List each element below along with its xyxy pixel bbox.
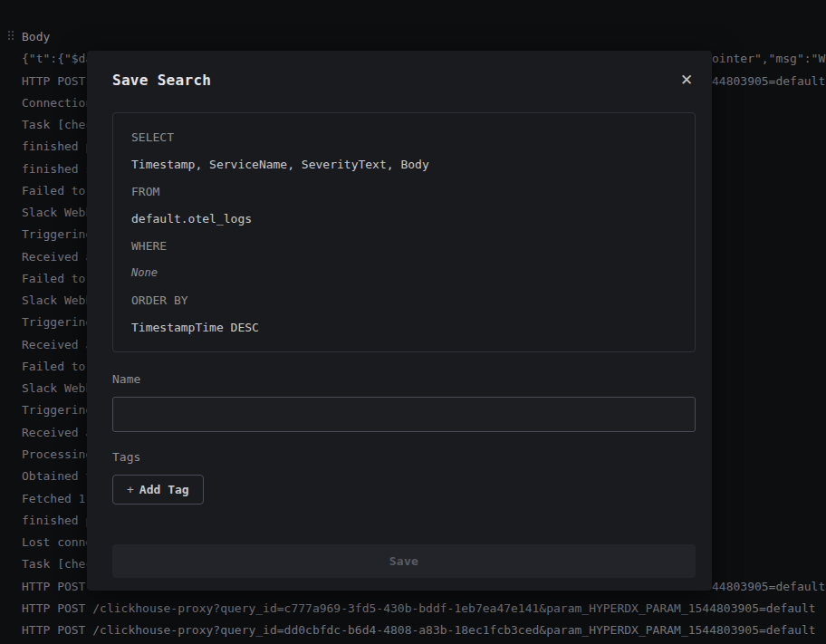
query-clause-value: None xyxy=(131,267,677,279)
modal-title: Save Search xyxy=(112,72,211,89)
log-row-text: Received a xyxy=(22,250,92,264)
query-clause-label: SELECT xyxy=(131,131,677,143)
log-row-text: Received a xyxy=(22,338,92,351)
save-button[interactable]: Save xyxy=(112,544,696,578)
add-tag-button[interactable]: + Add Tag xyxy=(112,475,204,505)
log-row-text: Failed to xyxy=(22,360,92,373)
log-row-text: HTTP POST xyxy=(22,74,92,88)
log-row-text: finished p xyxy=(22,514,92,527)
log-row[interactable]: HTTP POST /clickhouse-proxy?query_id=dd0… xyxy=(0,623,826,637)
log-row-text: Slack Webh xyxy=(22,293,92,307)
save-search-modal: Save Search ✕ SELECTTimestamp, ServiceNa… xyxy=(87,51,712,591)
log-row[interactable]: HTTP POST /clickhouse-proxy?query_id=c77… xyxy=(0,601,826,615)
log-row-text: Failed to xyxy=(22,272,92,285)
log-row-text: Connection xyxy=(22,96,92,110)
log-row-text: {"t":{"$da xyxy=(22,52,92,65)
query-clause-value: default.otel_logs xyxy=(131,213,677,225)
query-clause-label: WHERE xyxy=(131,240,677,252)
log-row-text: Triggering xyxy=(22,403,92,417)
log-row-text: Task [chec xyxy=(22,557,92,571)
log-row-text: Received a xyxy=(22,426,92,439)
log-row-text: Slack Webh xyxy=(22,381,92,395)
log-row-text: HTTP POST /clickhouse-proxy?query_id=dd0… xyxy=(22,623,816,637)
log-row-text: Obtained t xyxy=(22,469,92,483)
log-row-text: HTTP POST xyxy=(22,580,92,593)
log-row-text: Task [chec xyxy=(22,118,92,131)
log-row-text: Failed to xyxy=(22,184,92,197)
tags-label: Tags xyxy=(112,451,140,464)
log-row-text-continued: ointer","msg":"W xyxy=(712,52,825,65)
log-row-text: Lost conne xyxy=(22,535,92,549)
log-row-text: Triggering xyxy=(22,315,92,329)
add-tag-label: Add Tag xyxy=(139,483,189,496)
log-row-text: Slack Webh xyxy=(22,206,92,219)
log-row-text-continued: 44803905=default xyxy=(712,580,825,593)
query-clause-value: Timestamp, ServiceName, SeverityText, Bo… xyxy=(131,159,677,170)
query-preview: SELECTTimestamp, ServiceName, SeverityTe… xyxy=(112,112,696,352)
plus-icon: + xyxy=(127,483,134,496)
name-label: Name xyxy=(112,373,140,386)
log-search-page: Body {"t":{"$daointer","msg":"WHTTP POST… xyxy=(0,0,826,644)
log-row-text: HTTP POST /clickhouse-proxy?query_id=c77… xyxy=(22,601,816,615)
query-clause-label: FROM xyxy=(131,186,677,197)
log-row-text: Processing xyxy=(22,447,92,461)
close-icon[interactable]: ✕ xyxy=(672,65,701,94)
query-clause-label: ORDER BY xyxy=(131,294,677,306)
log-row-text: finished s xyxy=(22,162,92,176)
log-row-text-continued: 44803905=default xyxy=(712,74,825,88)
log-row-text: Fetched 1 xyxy=(22,492,92,505)
log-row-text: Triggering xyxy=(22,227,92,241)
query-clause-value: TimestampTime DESC xyxy=(131,322,677,333)
name-input[interactable] xyxy=(112,397,696,432)
log-row-text: finished p xyxy=(22,139,92,153)
